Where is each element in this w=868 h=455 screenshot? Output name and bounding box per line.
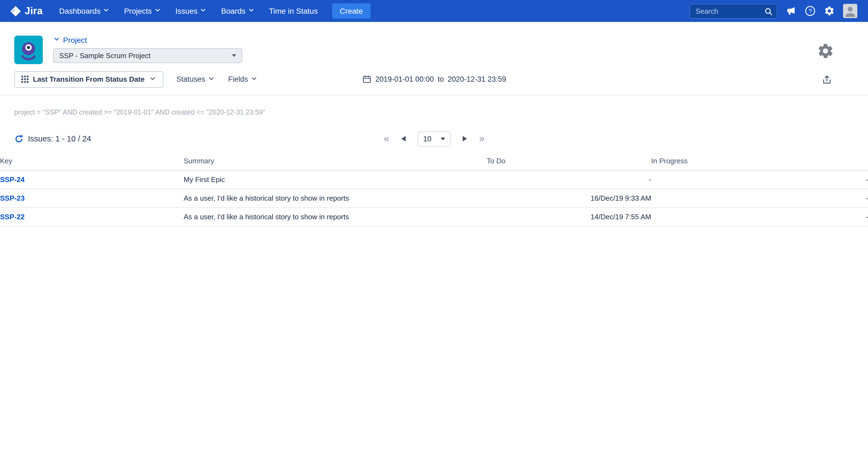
table-row: SSP-22 As a user, I'd like a historical … xyxy=(0,208,868,226)
project-avatar[interactable] xyxy=(14,36,43,64)
chevron-down-icon xyxy=(154,7,161,16)
search-icon[interactable] xyxy=(764,7,773,18)
nav-boards-label: Boards xyxy=(221,7,246,16)
issue-summary: As a user, I'd like a historical story t… xyxy=(184,208,487,226)
first-page-button[interactable]: « xyxy=(384,134,389,144)
nav-time-in-status[interactable]: Time in Status xyxy=(269,7,318,16)
project-label-row[interactable]: Project xyxy=(53,36,242,44)
previous-page-button[interactable] xyxy=(401,136,406,142)
svg-text:?: ? xyxy=(808,8,812,14)
page: Jira Dashboards Projects Issues Boards T… xyxy=(0,0,868,228)
export-icon[interactable] xyxy=(822,74,832,87)
calendar-icon xyxy=(362,74,372,84)
issue-todo-date: 11/Dec/19 4:35 PM xyxy=(487,226,651,228)
fields-label: Fields xyxy=(228,75,248,83)
project-select-value: SSP - Sample Scrum Project xyxy=(59,52,151,60)
issue-summary: As a user, I'd like a historical story t… xyxy=(184,226,487,228)
statuses-label: Statuses xyxy=(176,75,205,83)
refresh-icon[interactable] xyxy=(14,134,24,143)
help-icon[interactable]: ? xyxy=(805,5,816,17)
nav-dashboards-label: Dashboards xyxy=(59,7,101,16)
table-row: SSP-24 My First Epic - - xyxy=(0,170,868,189)
project-label: Project xyxy=(63,36,87,44)
nav-dashboards[interactable]: Dashboards xyxy=(59,7,110,16)
issue-key-link[interactable]: SSP-22 xyxy=(0,213,25,221)
date-from[interactable]: 2019-01-01 00:00 xyxy=(375,75,434,83)
jira-logo[interactable]: Jira xyxy=(10,5,43,17)
jira-mark-icon xyxy=(10,5,21,17)
jql-query-text: project = "SSP" AND created >= "2019-01-… xyxy=(14,109,854,116)
date-range-picker[interactable]: 2019-01-01 00:00 to 2020-12-31 23:59 xyxy=(362,74,506,84)
column-header-summary[interactable]: Summary xyxy=(184,157,487,170)
table-row: SSP-21 As a user, I'd like a historical … xyxy=(0,226,868,228)
issue-summary: My First Epic xyxy=(184,170,487,189)
megaphone-icon[interactable] xyxy=(785,5,797,17)
date-to[interactable]: 2020-12-31 23:59 xyxy=(447,75,506,83)
nav-issues[interactable]: Issues xyxy=(176,7,207,16)
table-header-row: Key Summary To Do In Progress xyxy=(0,157,868,170)
issues-count-label: Issues: 1 - 10 / 24 xyxy=(28,134,91,143)
select-arrow-icon xyxy=(232,54,236,57)
nav-issues-label: Issues xyxy=(176,7,197,16)
chevron-down-icon xyxy=(53,36,60,44)
pagination-top: « 10 » xyxy=(384,131,485,146)
project-meta: Project SSP - Sample Scrum Project xyxy=(53,36,242,64)
chevron-down-icon xyxy=(251,75,258,84)
nav-projects[interactable]: Projects xyxy=(124,7,161,16)
create-button[interactable]: Create xyxy=(332,3,370,19)
issue-inprogress-date: - xyxy=(651,189,868,208)
issue-inprogress-date: - xyxy=(651,226,868,228)
report-toolbar: Last Transition From Status Date Statuse… xyxy=(0,71,868,95)
column-header-in-progress[interactable]: In Progress xyxy=(651,157,868,170)
date-to-word: to xyxy=(438,75,444,83)
last-page-button[interactable]: » xyxy=(479,134,485,144)
issue-todo-date: - xyxy=(487,170,651,189)
top-navbar: Jira Dashboards Projects Issues Boards T… xyxy=(0,0,868,22)
project-header: Project SSP - Sample Scrum Project xyxy=(0,22,868,71)
search-input[interactable] xyxy=(690,4,777,18)
select-arrow-icon xyxy=(441,137,445,140)
search-box xyxy=(689,4,777,18)
navbar-right: ? xyxy=(689,4,857,18)
nav-boards[interactable]: Boards xyxy=(221,7,255,16)
report-settings-gear-icon[interactable] xyxy=(817,42,834,62)
user-avatar[interactable] xyxy=(843,4,857,18)
table-row: SSP-23 As a user, I'd like a historical … xyxy=(0,189,868,208)
report-type-button[interactable]: Last Transition From Status Date xyxy=(14,71,163,87)
issue-todo-date: 16/Dec/19 9:33 AM xyxy=(487,189,651,208)
issue-inprogress-date: - xyxy=(651,208,868,226)
nav-projects-label: Projects xyxy=(124,7,152,16)
chevron-down-icon xyxy=(149,75,156,84)
nav-time-in-status-label: Time in Status xyxy=(269,7,318,16)
statuses-dropdown[interactable]: Statuses xyxy=(176,75,215,84)
issues-table: Key Summary To Do In Progress SSP-24 My … xyxy=(0,157,868,228)
main-nav: Dashboards Projects Issues Boards Time i… xyxy=(59,7,318,16)
issue-summary: As a user, I'd like a historical story t… xyxy=(184,189,487,208)
next-page-button[interactable] xyxy=(463,136,467,142)
chevron-down-icon xyxy=(103,7,110,16)
issue-inprogress-date: - xyxy=(651,170,868,189)
report-type-label: Last Transition From Status Date xyxy=(33,75,145,83)
page-size-select[interactable]: 10 xyxy=(418,131,451,146)
jira-brand-text: Jira xyxy=(25,5,43,17)
gear-icon[interactable] xyxy=(824,5,835,17)
column-header-todo[interactable]: To Do xyxy=(487,157,651,170)
fields-dropdown[interactable]: Fields xyxy=(228,75,258,84)
chevron-down-icon xyxy=(208,75,215,84)
issues-bar-top: Issues: 1 - 10 / 24 « 10 » xyxy=(0,130,868,147)
issue-key-link[interactable]: SSP-24 xyxy=(0,175,25,184)
issue-todo-date: 14/Dec/19 7:55 AM xyxy=(487,208,651,226)
issue-key-link[interactable]: SSP-23 xyxy=(0,194,25,202)
page-size-value: 10 xyxy=(423,134,431,143)
chevron-down-icon xyxy=(247,7,255,16)
grid-icon xyxy=(21,75,29,83)
project-select[interactable]: SSP - Sample Scrum Project xyxy=(53,48,242,63)
chevron-down-icon xyxy=(200,7,207,16)
column-header-key[interactable]: Key xyxy=(0,157,184,170)
